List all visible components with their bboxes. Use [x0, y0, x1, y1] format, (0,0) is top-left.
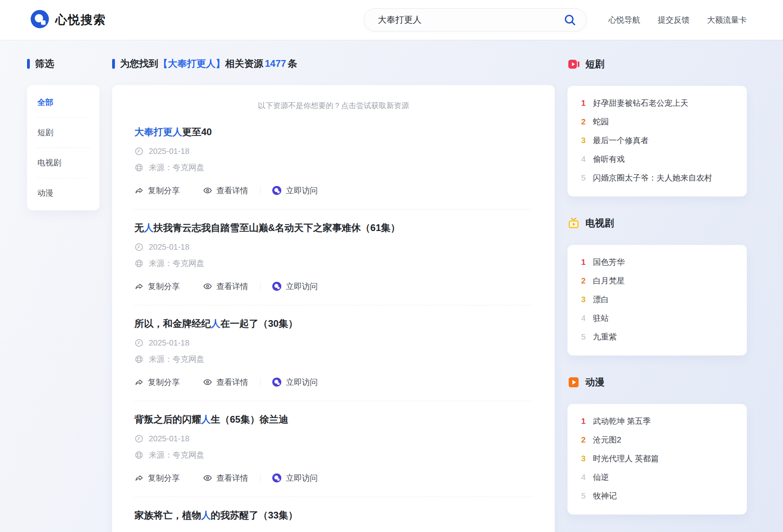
ranking-item[interactable]: 5闪婚京圈太子爷：夫人她来自农村: [580, 173, 734, 183]
copy-share-label: 复制分享: [148, 377, 180, 388]
search-bar[interactable]: [364, 8, 587, 31]
copy-share-label: 复制分享: [148, 185, 180, 196]
rank-label: 国色芳华: [593, 257, 625, 267]
ranking-item[interactable]: 1武动乾坤 第五季: [580, 416, 734, 426]
globe-icon: [134, 259, 144, 268]
nav-link-xinyue-nav[interactable]: 心悦导航: [608, 15, 640, 25]
ranking-item[interactable]: 4偷听有戏: [580, 154, 734, 164]
result-divider: [134, 305, 532, 305]
share-icon: [134, 473, 144, 483]
highlighted-keyword: 人: [144, 222, 153, 233]
result-title[interactable]: 家族将亡，植物人的我苏醒了（33集）: [134, 510, 532, 521]
result-source: 来源：夸克网盘: [149, 258, 204, 268]
ranking-header: 电视剧: [567, 217, 747, 229]
ranking-item[interactable]: 1国色芳华: [580, 257, 734, 267]
result-date-row: 2025-01-18: [134, 433, 532, 444]
clock-icon: [134, 147, 144, 156]
top-header: 心悦搜索 心悦导航提交反馈大额流量卡: [0, 0, 783, 40]
rank-number: 3: [580, 294, 587, 305]
visit-now-label: 立即访问: [286, 281, 318, 292]
highlighted-keyword: 人: [201, 510, 211, 520]
visit-now-button[interactable]: 立即访问: [272, 473, 318, 483]
ranking-item[interactable]: 2蛇园: [580, 116, 734, 127]
rank-number: 1: [580, 416, 587, 426]
copy-share-button[interactable]: 复制分享: [134, 377, 180, 388]
ranking-item[interactable]: 4驻站: [580, 313, 734, 323]
ranking-item[interactable]: 4仙逆: [580, 472, 734, 482]
rank-label: 闪婚京圈太子爷：夫人她来自农村: [593, 173, 712, 183]
ranking-header: 动漫: [567, 376, 747, 388]
nav-link-feedback[interactable]: 提交反馈: [658, 15, 690, 25]
view-details-button[interactable]: 查看详情: [203, 377, 248, 388]
rank-number: 3: [580, 135, 587, 146]
result-date: 2025-01-18: [149, 242, 189, 252]
copy-share-button[interactable]: 复制分享: [134, 473, 180, 483]
result-title[interactable]: 大奉打更人更至40: [134, 126, 532, 138]
visit-now-label: 立即访问: [286, 185, 318, 196]
refresh-notice[interactable]: 以下资源不是你想要的？点击尝试获取新资源: [134, 101, 532, 111]
ranking-item[interactable]: 3时光代理人 英都篇: [580, 453, 734, 464]
result-actions: 复制分享查看详情立即访问: [134, 184, 532, 196]
anime-icon: [567, 376, 580, 388]
result-divider: [134, 401, 532, 401]
eye-icon: [203, 377, 212, 387]
share-icon: [134, 377, 144, 387]
copy-share-label: 复制分享: [148, 473, 180, 483]
copy-share-label: 复制分享: [148, 281, 180, 292]
view-details-button[interactable]: 查看详情: [203, 473, 248, 483]
ranking-item[interactable]: 2沧元图2: [580, 435, 734, 445]
visit-icon: [272, 185, 282, 196]
visit-icon: [272, 473, 282, 483]
rank-number: 4: [580, 472, 587, 482]
result-actions: 复制分享查看详情立即访问: [134, 376, 532, 388]
rank-label: 驻站: [593, 313, 609, 323]
visit-icon: [272, 377, 282, 387]
title-text: 无: [134, 222, 144, 233]
ranking-item[interactable]: 1好孕甜妻被钻石老公宠上天: [580, 98, 734, 108]
search-result: 大奉打更人更至402025-01-18来源：夸克网盘复制分享查看详情立即访问: [134, 126, 532, 210]
result-date-row: 2025-01-18: [134, 338, 532, 348]
title-text: 家族将亡，植物: [134, 510, 201, 520]
rank-number: 1: [580, 98, 587, 108]
filter-item-all[interactable]: 全部: [37, 87, 90, 118]
rank-label: 武动乾坤 第五季: [593, 416, 651, 426]
rank-number: 5: [580, 173, 587, 183]
ranking-item[interactable]: 5九重紫: [580, 332, 734, 342]
search-input[interactable]: [378, 15, 563, 25]
ranking-card: 1武动乾坤 第五季2沧元图23时光代理人 英都篇4仙逆5牧神记: [567, 404, 747, 515]
ranking-title: 短剧: [585, 58, 604, 70]
title-text: 所以，和金牌经纪: [134, 318, 211, 329]
filter-item-anime[interactable]: 动漫: [37, 178, 90, 208]
rank-label: 漂白: [593, 294, 609, 305]
visit-now-button[interactable]: 立即访问: [272, 377, 318, 388]
title-text: 背叛之后的闪耀: [134, 414, 201, 425]
view-details-button[interactable]: 查看详情: [203, 185, 248, 196]
rank-label: 仙逆: [593, 472, 609, 482]
filter-item-tv-drama[interactable]: 电视剧: [37, 148, 90, 178]
ranking-item[interactable]: 3漂白: [580, 294, 734, 305]
results-count: 1477: [265, 58, 286, 69]
filter-panel: 筛选 全部短剧电视剧动漫: [27, 58, 99, 210]
result-title[interactable]: 无人扶我青云志我自踏雪至山巅&名动天下之家事难休（61集）: [134, 222, 532, 233]
visit-now-button[interactable]: 立即访问: [272, 185, 318, 196]
copy-share-button[interactable]: 复制分享: [134, 281, 180, 292]
result-title[interactable]: 所以，和金牌经纪人在一起了（30集）: [134, 318, 532, 329]
rank-label: 蛇园: [593, 116, 609, 127]
globe-icon: [134, 163, 144, 172]
result-title[interactable]: 背叛之后的闪耀人生（65集）徐兰迪: [134, 414, 532, 425]
ranking-item[interactable]: 3最后一个修真者: [580, 135, 734, 146]
search-icon[interactable]: [563, 13, 577, 27]
ranking-item[interactable]: 5牧神记: [580, 491, 734, 501]
rank-number: 2: [580, 276, 587, 286]
nav-link-data-card[interactable]: 大额流量卡: [707, 15, 747, 25]
view-details-button[interactable]: 查看详情: [203, 281, 248, 292]
vertical-divider: [260, 378, 260, 386]
copy-share-button[interactable]: 复制分享: [134, 185, 180, 196]
visit-now-button[interactable]: 立即访问: [272, 281, 318, 292]
rank-number: 5: [580, 332, 587, 342]
title-text: 扶我青云志我自踏雪至山巅&名动天下之家事难休（61集）: [153, 222, 400, 233]
ranking-item[interactable]: 2白月梵星: [580, 276, 734, 286]
clock-icon: [134, 338, 144, 348]
filter-item-short-drama[interactable]: 短剧: [37, 118, 90, 148]
brand-logo[interactable]: 心悦搜索: [30, 9, 106, 31]
